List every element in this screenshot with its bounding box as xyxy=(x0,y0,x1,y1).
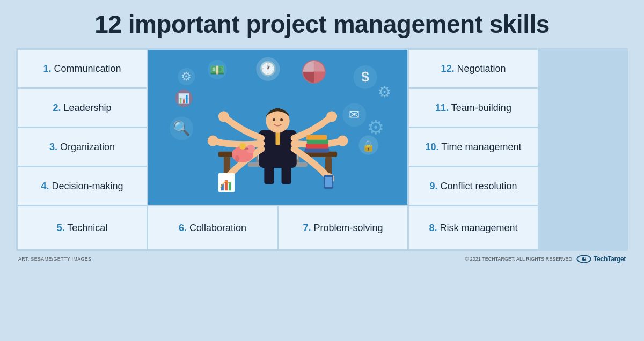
svg-point-39 xyxy=(337,136,348,146)
svg-text:⚙: ⚙ xyxy=(181,70,192,83)
svg-point-36 xyxy=(208,136,218,146)
footer-credit: ART: SESAME/GETTY IMAGES xyxy=(18,256,91,262)
svg-text:✉: ✉ xyxy=(349,107,360,122)
skill-3-number: 3. xyxy=(49,142,57,152)
skill-9-number: 9. xyxy=(429,181,437,191)
skill-9-label: Conflict resolution xyxy=(440,181,517,191)
skill-3-label: Organization xyxy=(60,142,115,152)
svg-point-43 xyxy=(235,155,239,162)
svg-point-57 xyxy=(582,257,586,261)
skill-5-number: 5. xyxy=(57,223,65,233)
brand-name: TechTarget xyxy=(594,255,626,263)
skill-8-number: 8. xyxy=(429,223,437,233)
skill-7: 7. Problem-solving xyxy=(279,206,407,249)
svg-rect-53 xyxy=(221,184,224,190)
svg-rect-29 xyxy=(282,165,291,184)
svg-rect-51 xyxy=(325,177,332,187)
svg-text:⚙: ⚙ xyxy=(378,83,391,100)
svg-text:💵: 💵 xyxy=(210,63,225,77)
skill-3: 3. Organization xyxy=(18,128,147,166)
svg-rect-31 xyxy=(275,132,280,145)
svg-rect-48 xyxy=(307,139,328,144)
skill-2-label: Leadership xyxy=(63,102,111,113)
skill-1-label: Communication xyxy=(54,63,121,74)
skill-12-number: 12. xyxy=(441,63,454,74)
svg-rect-28 xyxy=(264,165,274,184)
skill-12-label: Negotiation xyxy=(457,63,506,74)
skill-1: 1. Communication xyxy=(18,50,147,87)
center-illustration: ⚙ 💵 🕐 xyxy=(148,50,407,205)
skill-12: 12. Negotiation xyxy=(409,50,538,87)
skill-10-number: 10. xyxy=(425,142,438,152)
svg-point-45 xyxy=(239,143,246,150)
footer-copyright: © 2021 TECHTARGET. ALL RIGHTS RESERVED xyxy=(465,256,572,262)
skill-7-number: 7. xyxy=(303,223,311,233)
svg-text:⚙: ⚙ xyxy=(367,116,384,138)
svg-rect-47 xyxy=(306,144,328,149)
svg-text:$: $ xyxy=(361,69,369,85)
skill-7-label: Problem-solving xyxy=(313,223,383,233)
svg-rect-46 xyxy=(305,148,329,153)
skill-10: 10. Time management xyxy=(409,128,538,166)
skill-11: 11. Team-building xyxy=(409,89,538,127)
skill-5-label: Technical xyxy=(67,223,107,233)
svg-point-38 xyxy=(326,111,337,122)
techtarget-eye-icon xyxy=(576,254,591,264)
skill-6-label: Collaboration xyxy=(189,223,246,233)
skill-5: 5. Technical xyxy=(18,206,147,249)
skill-4: 4. Decision-making xyxy=(18,167,147,205)
svg-rect-49 xyxy=(306,135,327,140)
svg-text:🔒: 🔒 xyxy=(362,139,376,152)
skill-4-number: 4. xyxy=(41,181,49,191)
skill-4-label: Decision-making xyxy=(52,181,123,191)
skill-11-label: Team-building xyxy=(451,102,511,113)
skills-grid: 1. Communication ⚙ 💵 xyxy=(16,48,628,251)
skill-11-number: 11. xyxy=(435,102,449,113)
footer: ART: SESAME/GETTY IMAGES © 2021 TECHTARG… xyxy=(16,254,628,264)
svg-point-58 xyxy=(584,257,586,259)
svg-point-33 xyxy=(273,118,275,121)
techtarget-logo: TechTarget xyxy=(576,254,626,264)
skill-6: 6. Collaboration xyxy=(148,206,277,249)
svg-text:🕐: 🕐 xyxy=(259,60,277,77)
svg-rect-55 xyxy=(229,182,231,190)
skill-2: 2. Leadership xyxy=(18,89,147,127)
svg-point-34 xyxy=(280,118,283,121)
skill-9: 9. Conflict resolution xyxy=(409,167,538,205)
skill-2-number: 2. xyxy=(53,102,61,113)
footer-brand: © 2021 TECHTARGET. ALL RIGHTS RESERVED T… xyxy=(465,254,626,264)
skill-8-label: Risk management xyxy=(440,223,517,233)
skill-6-number: 6. xyxy=(179,223,187,233)
svg-point-35 xyxy=(218,111,229,122)
svg-text:📊: 📊 xyxy=(178,93,190,105)
svg-text:🔍: 🔍 xyxy=(173,120,191,137)
skill-1-number: 1. xyxy=(43,63,51,74)
skill-8: 8. Risk management xyxy=(409,206,538,249)
page-title: 12 important project management skills xyxy=(94,10,550,39)
skill-10-label: Time management xyxy=(441,142,521,152)
